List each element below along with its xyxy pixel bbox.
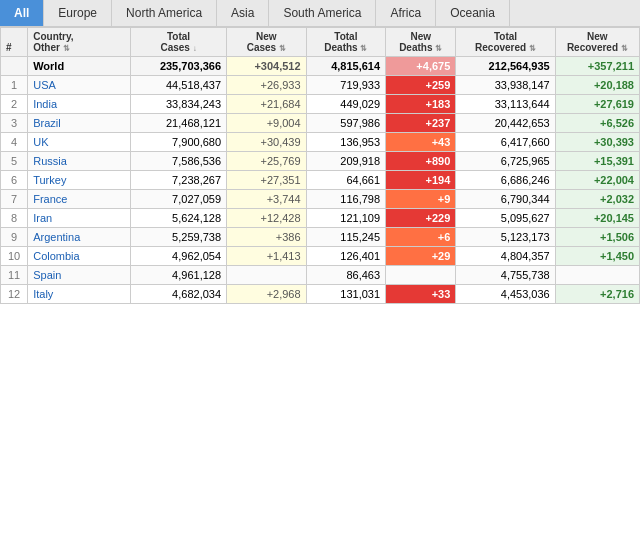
- total-deaths-cell: 136,953: [306, 133, 386, 152]
- rank-cell: 8: [1, 209, 28, 228]
- col-total-recovered[interactable]: TotalRecovered ⇅: [456, 28, 555, 57]
- rank-cell: 7: [1, 190, 28, 209]
- col-new-recovered[interactable]: NewRecovered ⇅: [555, 28, 639, 57]
- world-country: World: [28, 57, 131, 76]
- new-recovered-cell: +20,145: [555, 209, 639, 228]
- country-cell[interactable]: Turkey: [28, 171, 131, 190]
- table-row: 11 Spain 4,961,128 86,463 4,755,738: [1, 266, 640, 285]
- world-total-cases: 235,703,366: [131, 57, 227, 76]
- new-cases-cell: +26,933: [227, 76, 307, 95]
- tab-south-america[interactable]: South America: [269, 0, 376, 26]
- col-new-cases[interactable]: NewCases ⇅: [227, 28, 307, 57]
- new-cases-cell: +27,351: [227, 171, 307, 190]
- tab-bar: All Europe North America Asia South Amer…: [0, 0, 640, 27]
- country-cell[interactable]: Colombia: [28, 247, 131, 266]
- table-row: 2 India 33,834,243 +21,684 449,029 +183 …: [1, 95, 640, 114]
- country-cell[interactable]: Italy: [28, 285, 131, 304]
- rank-cell: 12: [1, 285, 28, 304]
- country-cell[interactable]: Spain: [28, 266, 131, 285]
- country-cell[interactable]: UK: [28, 133, 131, 152]
- table-row: 1 USA 44,518,437 +26,933 719,933 +259 33…: [1, 76, 640, 95]
- new-recovered-cell: [555, 266, 639, 285]
- country-cell[interactable]: Russia: [28, 152, 131, 171]
- tab-oceania[interactable]: Oceania: [436, 0, 510, 26]
- total-cases-cell: 4,962,054: [131, 247, 227, 266]
- data-table: # Country,Other ⇅ TotalCases ↓ NewCases …: [0, 27, 640, 304]
- total-recovered-cell: 33,938,147: [456, 76, 555, 95]
- total-recovered-cell: 4,755,738: [456, 266, 555, 285]
- total-cases-cell: 5,259,738: [131, 228, 227, 247]
- rank-cell: 1: [1, 76, 28, 95]
- rank-cell: 4: [1, 133, 28, 152]
- world-rank: [1, 57, 28, 76]
- tab-asia[interactable]: Asia: [217, 0, 269, 26]
- tab-north-america[interactable]: North America: [112, 0, 217, 26]
- total-cases-cell: 7,900,680: [131, 133, 227, 152]
- new-cases-cell: +9,004: [227, 114, 307, 133]
- tab-all[interactable]: All: [0, 0, 44, 26]
- tab-africa[interactable]: Africa: [376, 0, 436, 26]
- table-row: 8 Iran 5,624,128 +12,428 121,109 +229 5,…: [1, 209, 640, 228]
- new-deaths-cell: +9: [386, 190, 456, 209]
- tab-europe[interactable]: Europe: [44, 0, 112, 26]
- col-new-deaths[interactable]: NewDeaths ⇅: [386, 28, 456, 57]
- col-country[interactable]: Country,Other ⇅: [28, 28, 131, 57]
- total-cases-cell: 33,834,243: [131, 95, 227, 114]
- world-new-cases: +304,512: [227, 57, 307, 76]
- total-recovered-cell: 5,123,173: [456, 228, 555, 247]
- new-deaths-cell: +183: [386, 95, 456, 114]
- new-deaths-cell: +229: [386, 209, 456, 228]
- world-row: World 235,703,366 +304,512 4,815,614 +4,…: [1, 57, 640, 76]
- new-deaths-cell: +33: [386, 285, 456, 304]
- new-cases-cell: +21,684: [227, 95, 307, 114]
- table-row: 12 Italy 4,682,034 +2,968 131,031 +33 4,…: [1, 285, 640, 304]
- col-total-deaths[interactable]: TotalDeaths ⇅: [306, 28, 386, 57]
- rank-cell: 2: [1, 95, 28, 114]
- total-deaths-cell: 86,463: [306, 266, 386, 285]
- total-recovered-cell: 6,790,344: [456, 190, 555, 209]
- new-cases-cell: +1,413: [227, 247, 307, 266]
- total-cases-cell: 21,468,121: [131, 114, 227, 133]
- col-rank[interactable]: #: [1, 28, 28, 57]
- new-cases-cell: +25,769: [227, 152, 307, 171]
- world-total-recovered: 212,564,935: [456, 57, 555, 76]
- world-total-deaths: 4,815,614: [306, 57, 386, 76]
- total-deaths-cell: 131,031: [306, 285, 386, 304]
- table-row: 5 Russia 7,586,536 +25,769 209,918 +890 …: [1, 152, 640, 171]
- total-recovered-cell: 20,442,653: [456, 114, 555, 133]
- rank-cell: 3: [1, 114, 28, 133]
- new-cases-cell: +30,439: [227, 133, 307, 152]
- country-cell[interactable]: France: [28, 190, 131, 209]
- new-recovered-cell: +2,716: [555, 285, 639, 304]
- total-deaths-cell: 597,986: [306, 114, 386, 133]
- total-recovered-cell: 5,095,627: [456, 209, 555, 228]
- new-recovered-cell: +1,450: [555, 247, 639, 266]
- new-cases-cell: +2,968: [227, 285, 307, 304]
- country-cell[interactable]: India: [28, 95, 131, 114]
- total-cases-cell: 7,586,536: [131, 152, 227, 171]
- total-cases-cell: 44,518,437: [131, 76, 227, 95]
- total-recovered-cell: 6,686,246: [456, 171, 555, 190]
- world-new-deaths: +4,675: [386, 57, 456, 76]
- total-deaths-cell: 126,401: [306, 247, 386, 266]
- country-cell[interactable]: Iran: [28, 209, 131, 228]
- new-deaths-cell: +237: [386, 114, 456, 133]
- rank-cell: 9: [1, 228, 28, 247]
- new-recovered-cell: +1,506: [555, 228, 639, 247]
- total-recovered-cell: 6,417,660: [456, 133, 555, 152]
- total-deaths-cell: 719,933: [306, 76, 386, 95]
- total-cases-cell: 7,238,267: [131, 171, 227, 190]
- total-deaths-cell: 449,029: [306, 95, 386, 114]
- total-deaths-cell: 115,245: [306, 228, 386, 247]
- country-cell[interactable]: USA: [28, 76, 131, 95]
- new-cases-cell: +3,744: [227, 190, 307, 209]
- new-deaths-cell: +194: [386, 171, 456, 190]
- total-cases-cell: 5,624,128: [131, 209, 227, 228]
- total-deaths-cell: 209,918: [306, 152, 386, 171]
- new-deaths-cell: +43: [386, 133, 456, 152]
- country-cell[interactable]: Brazil: [28, 114, 131, 133]
- total-recovered-cell: 6,725,965: [456, 152, 555, 171]
- table-row: 4 UK 7,900,680 +30,439 136,953 +43 6,417…: [1, 133, 640, 152]
- country-cell[interactable]: Argentina: [28, 228, 131, 247]
- col-total-cases[interactable]: TotalCases ↓: [131, 28, 227, 57]
